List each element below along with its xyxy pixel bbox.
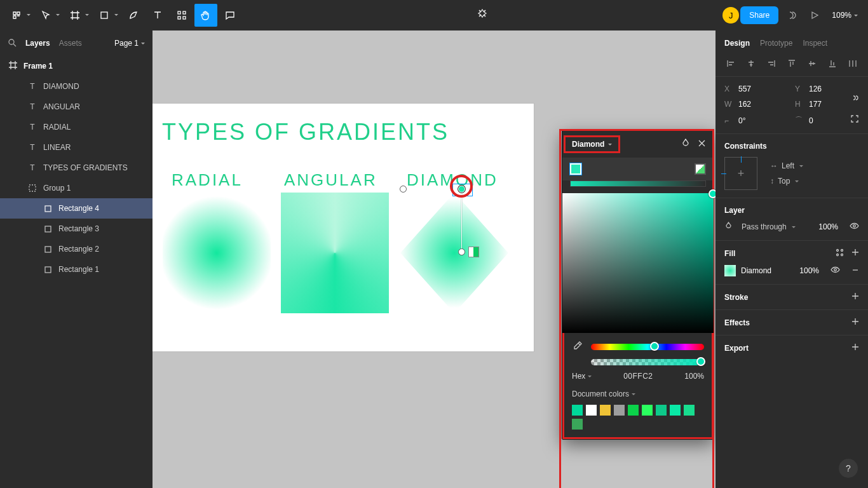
saturation-value-field[interactable]	[562, 193, 714, 333]
color-model-select[interactable]: Hex	[572, 372, 592, 381]
fill-type-label[interactable]: Diamond	[741, 266, 771, 275]
angular-gradient-box[interactable]	[281, 193, 389, 313]
gradient-stop-2[interactable]	[695, 163, 706, 175]
remove-fill-icon[interactable]	[851, 266, 859, 276]
y-input[interactable]: 126	[809, 85, 859, 93]
distribute-icon[interactable]	[844, 56, 862, 71]
doc-color-swatch[interactable]	[656, 405, 667, 416]
hex-value-input[interactable]: 00FFC2	[598, 372, 678, 381]
add-export-icon[interactable]	[851, 343, 859, 353]
doc-color-swatch[interactable]	[628, 405, 639, 416]
fill-swatch[interactable]	[724, 265, 736, 276]
resources-tool[interactable]	[170, 4, 193, 27]
document-colors-label[interactable]: Document colors	[572, 390, 704, 398]
frame-row[interactable]: Frame 1	[0, 56, 153, 76]
hue-thumb[interactable]	[650, 342, 659, 351]
gradient-handle-line[interactable]	[461, 189, 462, 253]
tab-layers[interactable]: Layers	[25, 39, 50, 48]
diamond-gradient-box[interactable]	[400, 193, 508, 313]
doc-color-swatch[interactable]	[572, 419, 583, 430]
x-input[interactable]: 557	[738, 85, 789, 93]
doc-color-swatch[interactable]	[684, 405, 695, 416]
tab-assets[interactable]: Assets	[59, 39, 82, 48]
blend-icon[interactable]	[681, 139, 690, 150]
design-frame[interactable]: TYPES OF GRADIENTS RADIAL ANGULAR DIAMON…	[153, 104, 534, 351]
layer-item[interactable]: TRADIAL	[0, 117, 153, 137]
constrain-proportions-icon[interactable]	[850, 93, 859, 104]
alpha-value-input[interactable]: 100%	[684, 372, 704, 381]
doc-color-swatch[interactable]	[614, 405, 625, 416]
gradient-width-handle[interactable]	[400, 186, 407, 193]
add-stroke-icon[interactable]	[851, 292, 859, 302]
style-icon[interactable]	[836, 248, 844, 259]
layer-item[interactable]: TLINEAR	[0, 137, 153, 158]
main-menu-button[interactable]	[5, 4, 33, 27]
align-left-icon[interactable]	[722, 56, 740, 71]
comment-tool[interactable]	[219, 4, 241, 27]
doc-color-swatch[interactable]	[600, 405, 611, 416]
layer-item[interactable]: Rectangle 1	[0, 259, 153, 280]
align-bottom-icon[interactable]	[824, 56, 841, 71]
layer-item[interactable]: Rectangle 3	[0, 219, 153, 239]
constraints-widget[interactable]: +	[724, 157, 757, 190]
gradient-stop-end[interactable]	[458, 248, 465, 255]
move-tool[interactable]	[34, 4, 62, 27]
close-icon[interactable]	[698, 139, 706, 150]
gradient-stop-1[interactable]	[570, 163, 581, 175]
search-icon[interactable]	[8, 38, 17, 49]
alpha-slider[interactable]	[591, 359, 704, 365]
w-input[interactable]: 162	[738, 100, 789, 109]
file-menu-icon[interactable]	[477, 8, 488, 22]
doc-color-swatch[interactable]	[642, 405, 653, 416]
layer-item[interactable]: Rectangle 2	[0, 239, 153, 259]
gradient-preview-bar[interactable]	[570, 180, 706, 187]
pen-tool[interactable]	[122, 4, 145, 27]
tab-design[interactable]: Design	[724, 39, 750, 48]
layer-item-selected[interactable]: Rectangle 4	[0, 198, 153, 219]
add-fill-icon[interactable]	[851, 248, 859, 259]
gradient-end-swatch[interactable]	[468, 247, 479, 257]
help-button[interactable]: ?	[839, 459, 858, 478]
gradient-type-select[interactable]: Diamond	[572, 140, 612, 149]
layer-opacity-input[interactable]: 100%	[818, 222, 838, 231]
align-right-icon[interactable]	[763, 56, 780, 71]
independent-corners-icon[interactable]	[850, 114, 859, 125]
zoom-control[interactable]: 109%	[827, 11, 863, 20]
h-constraint-select[interactable]: ↔Left	[766, 161, 803, 170]
align-top-icon[interactable]	[783, 56, 801, 71]
share-button[interactable]: Share	[740, 6, 778, 24]
sv-cursor[interactable]	[709, 189, 715, 198]
tab-prototype[interactable]: Prototype	[760, 39, 792, 48]
alpha-thumb[interactable]	[696, 357, 705, 366]
radial-gradient-box[interactable]	[163, 193, 271, 313]
tab-inspect[interactable]: Inspect	[803, 39, 827, 48]
layer-item[interactable]: TANGULAR	[0, 97, 153, 117]
hue-slider[interactable]	[591, 344, 704, 350]
shape-tool[interactable]	[93, 4, 121, 27]
v-constraint-select[interactable]: ↕Top	[766, 177, 803, 186]
rotation-input[interactable]: 0°	[738, 116, 789, 125]
gradient-stop-center[interactable]	[458, 186, 465, 193]
layer-item[interactable]: TTYPES OF GRADIENTS	[0, 158, 153, 178]
layer-item-group[interactable]: Group 1	[0, 178, 153, 198]
canvas[interactable]: TYPES OF GRADIENTS RADIAL ANGULAR DIAMON…	[153, 30, 715, 488]
avatar[interactable]: J	[722, 7, 739, 24]
doc-color-swatch[interactable]	[572, 405, 583, 416]
frame-tool[interactable]	[64, 4, 92, 27]
present-icon[interactable]	[804, 11, 825, 20]
dev-handoff-icon[interactable]	[780, 10, 803, 20]
blend-mode-select[interactable]: Pass through	[738, 222, 796, 231]
eyedropper-icon[interactable]	[572, 341, 583, 353]
doc-color-swatch[interactable]	[586, 405, 597, 416]
add-effect-icon[interactable]	[851, 318, 859, 327]
text-tool[interactable]	[146, 4, 169, 27]
visibility-icon[interactable]	[850, 221, 859, 233]
doc-color-swatch[interactable]	[670, 405, 681, 416]
fill-opacity-input[interactable]: 100%	[799, 266, 819, 275]
page-selector[interactable]: Page 1	[114, 39, 145, 48]
align-h-center-icon[interactable]	[742, 56, 760, 71]
layer-item[interactable]: TDIAMOND	[0, 76, 153, 97]
hand-tool[interactable]	[194, 4, 217, 27]
align-v-center-icon[interactable]	[803, 56, 821, 71]
fill-visibility-icon[interactable]	[831, 265, 840, 276]
